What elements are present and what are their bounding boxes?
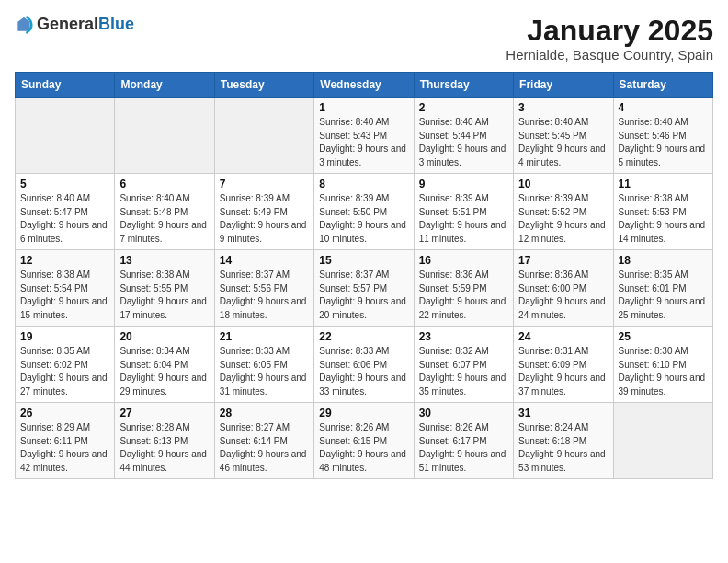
day-detail: Sunrise: 8:39 AMSunset: 5:51 PMDaylight:… [419, 192, 508, 246]
day-number: 31 [518, 407, 608, 419]
day-detail: Sunrise: 8:24 AMSunset: 6:18 PMDaylight:… [518, 421, 608, 475]
weekday-header: Tuesday [214, 73, 313, 98]
logo: GeneralBlue [15, 15, 134, 34]
calendar-cell: 23Sunrise: 8:32 AMSunset: 6:07 PMDayligh… [414, 327, 513, 403]
day-detail: Sunrise: 8:40 AMSunset: 5:48 PMDaylight:… [119, 192, 209, 246]
calendar-cell: 2Sunrise: 8:40 AMSunset: 5:44 PMDaylight… [414, 98, 513, 174]
day-detail: Sunrise: 8:40 AMSunset: 5:45 PMDaylight:… [518, 116, 608, 169]
day-detail: Sunrise: 8:36 AMSunset: 6:00 PMDaylight:… [518, 269, 608, 322]
day-detail: Sunrise: 8:32 AMSunset: 6:07 PMDaylight:… [419, 345, 508, 398]
day-number: 9 [419, 178, 508, 190]
day-number: 6 [119, 178, 209, 190]
calendar-header: SundayMondayTuesdayWednesdayThursdayFrid… [16, 73, 713, 98]
day-number: 27 [119, 407, 209, 419]
weekday-header: Saturday [613, 73, 712, 98]
day-number: 25 [619, 330, 708, 343]
day-detail: Sunrise: 8:40 AMSunset: 5:43 PMDaylight:… [319, 116, 408, 169]
calendar-cell: 6Sunrise: 8:40 AMSunset: 5:48 PMDaylight… [115, 174, 214, 250]
calendar-cell [16, 98, 115, 174]
calendar-body: 1Sunrise: 8:40 AMSunset: 5:43 PMDaylight… [16, 98, 713, 479]
calendar-cell: 7Sunrise: 8:39 AMSunset: 5:49 PMDaylight… [214, 174, 313, 250]
day-number: 23 [419, 330, 508, 343]
calendar-subtitle: Hernialde, Basque Country, Spain [506, 47, 713, 63]
calendar-week-row: 26Sunrise: 8:29 AMSunset: 6:11 PMDayligh… [16, 403, 713, 479]
calendar-cell: 15Sunrise: 8:37 AMSunset: 5:57 PMDayligh… [314, 250, 414, 327]
day-detail: Sunrise: 8:37 AMSunset: 5:56 PMDaylight:… [220, 269, 309, 322]
day-number: 28 [220, 407, 309, 419]
day-detail: Sunrise: 8:36 AMSunset: 5:59 PMDaylight:… [419, 269, 508, 322]
day-detail: Sunrise: 8:40 AMSunset: 5:44 PMDaylight:… [419, 116, 508, 169]
calendar-cell: 11Sunrise: 8:38 AMSunset: 5:53 PMDayligh… [613, 174, 712, 250]
calendar-cell: 29Sunrise: 8:26 AMSunset: 6:15 PMDayligh… [314, 403, 414, 479]
day-number: 2 [419, 101, 508, 114]
day-detail: Sunrise: 8:39 AMSunset: 5:50 PMDaylight:… [319, 192, 408, 246]
calendar-cell: 25Sunrise: 8:30 AMSunset: 6:10 PMDayligh… [613, 327, 712, 403]
calendar-cell: 8Sunrise: 8:39 AMSunset: 5:50 PMDaylight… [314, 174, 414, 250]
calendar-cell: 30Sunrise: 8:26 AMSunset: 6:17 PMDayligh… [414, 403, 513, 479]
day-number: 7 [220, 178, 309, 190]
day-detail: Sunrise: 8:28 AMSunset: 6:13 PMDaylight:… [119, 421, 209, 475]
weekday-header: Wednesday [314, 73, 414, 98]
calendar-cell: 19Sunrise: 8:35 AMSunset: 6:02 PMDayligh… [16, 327, 115, 403]
day-number: 16 [419, 254, 508, 267]
day-number: 30 [419, 407, 508, 419]
calendar-cell: 22Sunrise: 8:33 AMSunset: 6:06 PMDayligh… [314, 327, 414, 403]
calendar-table: SundayMondayTuesdayWednesdayThursdayFrid… [15, 72, 713, 479]
calendar-cell: 20Sunrise: 8:34 AMSunset: 6:04 PMDayligh… [115, 327, 214, 403]
day-detail: Sunrise: 8:26 AMSunset: 6:17 PMDaylight:… [419, 421, 508, 475]
day-number: 20 [119, 330, 209, 343]
calendar-title: January 2025 [506, 15, 713, 47]
calendar-cell [214, 98, 313, 174]
calendar-cell: 21Sunrise: 8:33 AMSunset: 6:05 PMDayligh… [214, 327, 313, 403]
title-block: January 2025 Hernialde, Basque Country, … [506, 15, 713, 63]
day-detail: Sunrise: 8:33 AMSunset: 6:06 PMDaylight:… [319, 345, 408, 398]
weekday-header-row: SundayMondayTuesdayWednesdayThursdayFrid… [16, 73, 713, 98]
day-number: 11 [619, 178, 708, 190]
day-number: 19 [20, 330, 109, 343]
day-number: 13 [119, 254, 209, 267]
day-number: 21 [220, 330, 309, 343]
calendar-week-row: 12Sunrise: 8:38 AMSunset: 5:54 PMDayligh… [16, 250, 713, 327]
day-number: 8 [319, 178, 408, 190]
weekday-header: Sunday [16, 73, 115, 98]
calendar-cell: 5Sunrise: 8:40 AMSunset: 5:47 PMDaylight… [16, 174, 115, 250]
day-detail: Sunrise: 8:37 AMSunset: 5:57 PMDaylight:… [319, 269, 408, 322]
calendar-cell: 10Sunrise: 8:39 AMSunset: 5:52 PMDayligh… [514, 174, 613, 250]
calendar-week-row: 19Sunrise: 8:35 AMSunset: 6:02 PMDayligh… [16, 327, 713, 403]
calendar-cell: 18Sunrise: 8:35 AMSunset: 6:01 PMDayligh… [613, 250, 712, 327]
day-number: 22 [319, 330, 408, 343]
weekday-header: Friday [514, 73, 613, 98]
calendar-cell: 31Sunrise: 8:24 AMSunset: 6:18 PMDayligh… [514, 403, 613, 479]
calendar-week-row: 1Sunrise: 8:40 AMSunset: 5:43 PMDaylight… [16, 98, 713, 174]
day-number: 18 [619, 254, 708, 267]
day-detail: Sunrise: 8:35 AMSunset: 6:02 PMDaylight:… [20, 345, 109, 398]
day-detail: Sunrise: 8:39 AMSunset: 5:52 PMDaylight:… [518, 192, 608, 246]
day-detail: Sunrise: 8:38 AMSunset: 5:54 PMDaylight:… [20, 269, 109, 322]
calendar-cell: 1Sunrise: 8:40 AMSunset: 5:43 PMDaylight… [314, 98, 414, 174]
calendar-cell: 27Sunrise: 8:28 AMSunset: 6:13 PMDayligh… [115, 403, 214, 479]
day-number: 14 [220, 254, 309, 267]
day-number: 10 [518, 178, 608, 190]
day-detail: Sunrise: 8:38 AMSunset: 5:53 PMDaylight:… [619, 192, 708, 246]
calendar-cell [115, 98, 214, 174]
day-detail: Sunrise: 8:29 AMSunset: 6:11 PMDaylight:… [20, 421, 109, 475]
calendar-cell: 13Sunrise: 8:38 AMSunset: 5:55 PMDayligh… [115, 250, 214, 327]
day-detail: Sunrise: 8:26 AMSunset: 6:15 PMDaylight:… [319, 421, 408, 475]
day-detail: Sunrise: 8:34 AMSunset: 6:04 PMDaylight:… [119, 345, 209, 398]
day-number: 3 [518, 101, 608, 114]
day-number: 15 [319, 254, 408, 267]
day-number: 4 [619, 101, 708, 114]
calendar-cell: 28Sunrise: 8:27 AMSunset: 6:14 PMDayligh… [214, 403, 313, 479]
day-detail: Sunrise: 8:40 AMSunset: 5:46 PMDaylight:… [619, 116, 708, 169]
day-number: 24 [518, 330, 608, 343]
calendar-week-row: 5Sunrise: 8:40 AMSunset: 5:47 PMDaylight… [16, 174, 713, 250]
calendar-cell: 26Sunrise: 8:29 AMSunset: 6:11 PMDayligh… [16, 403, 115, 479]
calendar-cell: 16Sunrise: 8:36 AMSunset: 5:59 PMDayligh… [414, 250, 513, 327]
day-number: 17 [518, 254, 608, 267]
day-detail: Sunrise: 8:38 AMSunset: 5:55 PMDaylight:… [119, 269, 209, 322]
day-detail: Sunrise: 8:39 AMSunset: 5:49 PMDaylight:… [220, 192, 309, 246]
day-number: 29 [319, 407, 408, 419]
logo-general-text: General [37, 15, 98, 33]
day-detail: Sunrise: 8:27 AMSunset: 6:14 PMDaylight:… [220, 421, 309, 475]
day-number: 12 [20, 254, 109, 267]
